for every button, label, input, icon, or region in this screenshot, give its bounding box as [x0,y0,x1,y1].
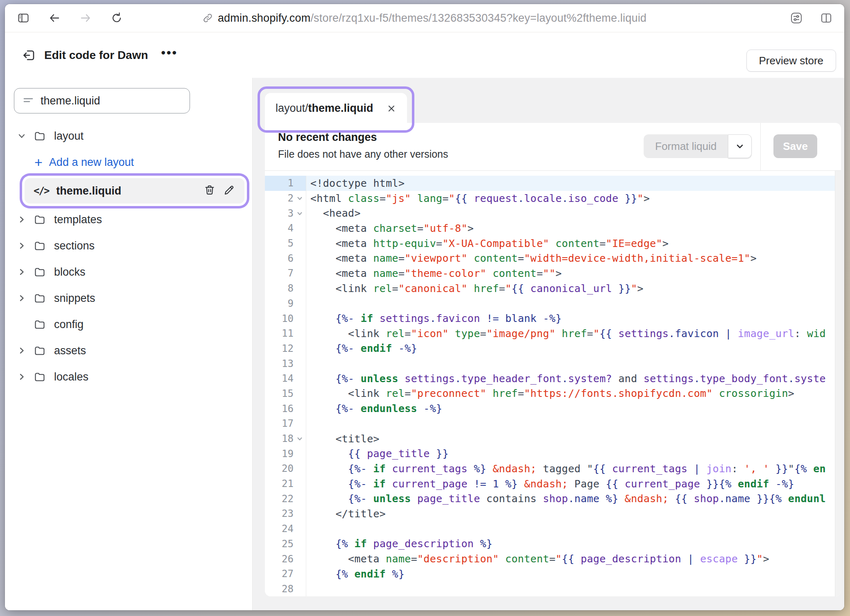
code-line[interactable]: 1<!doctype html> [265,176,841,191]
sidebar-item-assets[interactable]: assets [5,337,252,364]
line-number: 22 [265,491,294,506]
code-line-content: {%- if current_page != 1 %} &ndash; Page… [306,478,841,490]
sidebar-item-add-a-new-layout[interactable]: +Add a new layout [5,149,252,175]
sidebar-item-snippets[interactable]: snippets [5,285,252,311]
sidebar-item-layout[interactable]: layout [5,123,252,149]
sidebar-item-config[interactable]: config [5,311,252,337]
code-line[interactable]: 19 {{ page_title }} [265,446,841,461]
line-number: 11 [265,326,294,341]
filter-icon [23,95,34,106]
code-line[interactable]: 3 <head> [265,206,841,221]
tab-layout-theme-liquid[interactable]: layout/theme.liquid [265,93,407,124]
code-line[interactable]: 14 {%- unless settings.type_header_font.… [265,371,841,386]
code-line[interactable]: 20 {%- if current_tags %} &ndash; tagged… [265,461,841,476]
code-line[interactable]: 5 <meta http-equiv="X-UA-Compatible" con… [265,236,841,251]
code-line-content: <meta http-equiv="X-UA-Compatible" conte… [306,238,841,249]
chevron-down-icon[interactable] [17,131,26,140]
folder-icon [34,213,46,226]
reload-icon[interactable] [111,12,123,24]
code-line[interactable]: 7 <meta name="theme-color" content=""> [265,266,841,281]
code-line[interactable]: 15 <link rel="preconnect" href="https://… [265,386,841,401]
fold-spacer [294,491,306,506]
fold-arrow-icon[interactable] [294,191,306,206]
code-line-content: <!doctype html> [306,177,841,189]
fold-spacer [294,416,306,431]
code-line[interactable]: 12 {%- endif -%} [265,341,841,356]
code-line-content: {%- endunless -%} [306,403,841,414]
save-button[interactable]: Save [773,134,817,158]
code-line-content: <link rel="icon" type="image/png" href="… [306,328,841,340]
format-liquid-button[interactable]: Format liquid [644,134,752,158]
rename-file-icon[interactable] [223,184,235,198]
code-editor[interactable]: 1<!doctype html>2<html class="js" lang="… [265,171,841,596]
code-line[interactable]: 17 [265,416,841,431]
delete-file-icon[interactable] [203,184,216,198]
line-number: 19 [265,446,294,461]
fold-arrow-icon[interactable] [294,431,306,446]
selected-file-pill[interactable]: </>theme.liquid [25,178,244,204]
sidebar-toggle-icon[interactable] [17,12,29,24]
sidebar-item-blocks[interactable]: blocks [5,259,252,285]
line-number: 2 [265,191,294,206]
split-view-icon[interactable] [820,11,833,25]
forward-icon[interactable] [79,12,92,24]
code-line[interactable]: 23 </title> [265,506,841,521]
sidebar-item-templates[interactable]: templates [5,206,252,233]
file-search-input[interactable]: theme.liquid [14,88,190,113]
chevron-right-icon[interactable] [17,215,26,224]
folder-label: blocks [54,266,86,279]
code-line[interactable]: 16 {%- endunless -%} [265,401,841,416]
code-line[interactable]: 8 <link rel="canonical" href="{{ canonic… [265,281,841,296]
code-line-content: {%- if settings.favicon != blank -%} [306,313,841,324]
chevron-right-icon[interactable] [17,346,26,355]
chevron-right-icon[interactable] [17,241,26,250]
preview-store-button[interactable]: Preview store [746,50,836,72]
code-line[interactable]: 21 {%- if current_page != 1 %} &ndash; P… [265,476,841,491]
folder-icon [34,266,46,278]
address-bar[interactable]: admin.shopify.com/store/rzq1xu-f5/themes… [203,12,647,25]
code-line[interactable]: 28 [265,582,841,596]
fold-arrow-icon[interactable] [294,206,306,221]
code-line[interactable]: 24 [265,521,841,537]
code-line[interactable]: 11 <link rel="icon" type="image/png" hre… [265,326,841,341]
sidebar-item-theme-liquid[interactable]: </>theme.liquid [5,175,252,206]
chevron-right-icon[interactable] [17,372,26,381]
sidebar-item-sections[interactable]: sections [5,233,252,259]
code-line[interactable]: 25 {% if page_description %} [265,537,841,552]
code-line[interactable]: 10 {%- if settings.favicon != blank -%} [265,311,841,326]
sidebar-item-locales[interactable]: locales [5,364,252,390]
folder-icon [34,344,46,357]
code-line[interactable]: 2<html class="js" lang="{{ request.local… [265,191,841,206]
editor-scrollbar[interactable] [835,171,841,596]
folder-icon [34,371,46,383]
code-line[interactable]: 13 [265,356,841,371]
code-line-content: <meta name="description" content="{{ pag… [306,553,841,565]
tab-close-icon[interactable] [387,104,396,113]
file-label: theme.liquid [56,185,121,197]
back-icon[interactable] [48,12,61,24]
format-dropdown-button[interactable] [728,134,752,158]
folder-icon [34,292,46,304]
fold-spacer [294,582,306,596]
chevron-right-icon[interactable] [17,294,26,303]
format-liquid-label[interactable]: Format liquid [644,134,728,158]
more-actions-button[interactable]: ••• [161,51,178,60]
code-line[interactable]: 9 [265,296,841,311]
browser-settings-icon[interactable] [789,11,803,25]
line-number: 1 [265,176,294,191]
code-line[interactable]: 6 <meta name="viewport" content="width=d… [265,251,841,266]
fold-spacer [294,371,306,386]
fold-spacer [294,476,306,491]
fold-spacer [294,251,306,266]
version-status: No recent changes [278,131,377,144]
code-line[interactable]: 22 {%- unless page_title contains shop.n… [265,491,841,506]
code-line[interactable]: 4 <meta charset="utf-8"> [265,221,841,236]
folder-icon [34,130,46,142]
exit-editor-icon[interactable] [22,48,36,62]
code-line[interactable]: 18 <title> [265,431,841,446]
line-number: 13 [265,356,294,371]
code-line[interactable]: 27 {% endif %} [265,566,841,582]
chevron-right-icon[interactable] [17,267,26,276]
code-line-content: {%- unless settings.type_header_font.sys… [306,373,841,385]
code-line[interactable]: 26 <meta name="description" content="{{ … [265,551,841,566]
